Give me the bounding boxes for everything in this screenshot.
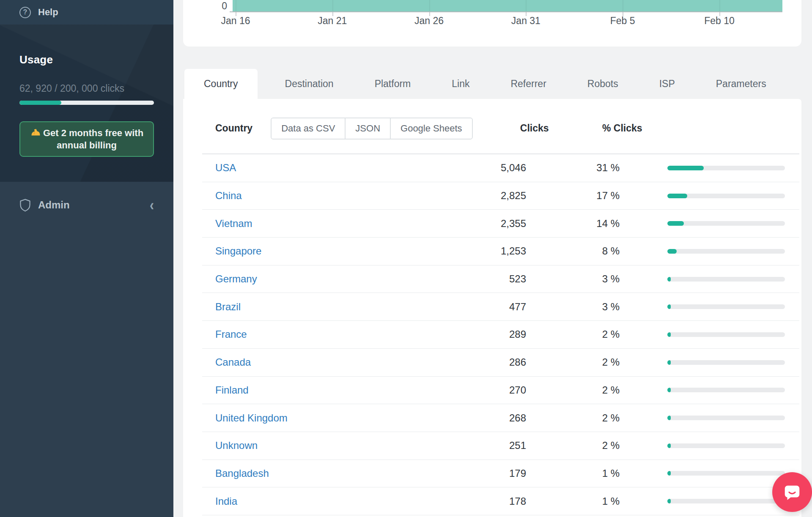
clicks-value: 477 <box>450 301 526 313</box>
x-axis-tick-label: Jan 26 <box>414 15 444 27</box>
table-row: Canada 286 2 % <box>202 349 799 377</box>
percent-value: 31 % <box>526 162 620 174</box>
table-row: Finland 270 2 % <box>202 377 799 405</box>
clicks-value: 286 <box>450 356 526 368</box>
percent-bar-track <box>667 471 785 476</box>
tab-referrer[interactable]: Referrer <box>497 69 560 99</box>
upgrade-button-text: Get 2 months free with annual billing <box>25 127 149 151</box>
percent-bar-fill <box>667 443 671 448</box>
x-axis-tick-label: Feb 10 <box>704 15 735 27</box>
biceps-icon <box>30 128 40 138</box>
clicks-value: 2,355 <box>450 218 526 230</box>
percent-value: 17 % <box>526 190 620 202</box>
table-row: France 289 2 % <box>202 321 799 349</box>
percent-bar <box>620 194 785 198</box>
percent-bar-fill <box>667 499 671 503</box>
percent-bar <box>620 166 785 170</box>
country-link[interactable]: China <box>215 190 242 202</box>
table-row: Germany 523 3 % <box>202 265 799 293</box>
table-body: USA 5,046 31 % China 2,825 17 % Vietnam … <box>202 154 799 515</box>
percent-value: 2 % <box>526 384 620 396</box>
clicks-value: 523 <box>450 273 526 285</box>
percent-bar <box>620 416 785 420</box>
chart-gridline <box>236 0 236 11</box>
sidebar-item-help[interactable]: ? Help <box>0 0 173 25</box>
y-axis-tick-zero: 0 <box>217 0 227 12</box>
table-row: Unknown 251 2 % <box>202 432 799 460</box>
percent-bar <box>620 388 785 392</box>
chart-gridline <box>332 0 333 11</box>
clicks-value: 251 <box>450 440 526 451</box>
x-axis-tick-label: Jan 21 <box>318 15 347 27</box>
stats-tab-bar: CountryDestinationPlatformLinkReferrerRo… <box>183 69 801 99</box>
table-row: Bangladesh 179 1 % <box>202 460 799 488</box>
percent-value: 14 % <box>526 218 620 230</box>
percent-bar-track <box>667 416 785 420</box>
percent-bar <box>620 304 785 309</box>
percent-bar-fill <box>667 277 671 282</box>
country-link[interactable]: Bangladesh <box>215 468 269 479</box>
chat-launcher-button[interactable] <box>772 472 812 512</box>
tab-link[interactable]: Link <box>438 69 483 99</box>
country-link[interactable]: USA <box>215 162 236 174</box>
upgrade-annual-billing-button[interactable]: Get 2 months free with annual billing <box>19 121 154 157</box>
country-link[interactable]: India <box>215 495 237 507</box>
table-row: China 2,825 17 % <box>202 182 799 210</box>
x-axis-line <box>230 11 782 12</box>
percent-bar <box>620 249 785 254</box>
tab-robots[interactable]: Robots <box>574 69 632 99</box>
percent-bar <box>620 277 785 282</box>
tab-parameters[interactable]: Parameters <box>702 69 780 99</box>
country-link[interactable]: Singapore <box>215 245 261 257</box>
sidebar-item-admin[interactable]: Admin ‹ <box>0 182 173 228</box>
table-row: USA 5,046 31 % <box>202 154 799 182</box>
country-link[interactable]: France <box>215 328 247 340</box>
percent-bar <box>620 499 785 503</box>
percent-bar-track <box>667 221 785 226</box>
country-link[interactable]: Unknown <box>215 440 258 451</box>
usage-progress-bar <box>19 101 154 105</box>
percent-value: 8 % <box>526 245 620 257</box>
usage-title: Usage <box>19 53 53 66</box>
table-row: India 178 1 % <box>202 487 799 515</box>
country-link[interactable]: Germany <box>215 273 257 285</box>
country-stats-panel: Country Data as CSVJSONGoogle Sheets Cli… <box>183 99 801 517</box>
percent-bar-track <box>667 277 785 282</box>
percent-bar <box>620 332 785 337</box>
country-link[interactable]: Vietnam <box>215 218 252 230</box>
percent-bar <box>620 471 785 476</box>
clicks-column-header: Clicks <box>473 123 549 134</box>
clicks-value: 179 <box>450 468 526 479</box>
chart-gridline <box>719 0 720 11</box>
percent-bar-track <box>667 194 785 198</box>
usage-progress-fill <box>19 101 61 105</box>
help-question-icon: ? <box>19 7 31 18</box>
country-link[interactable]: Canada <box>215 356 251 368</box>
export-json-button[interactable]: JSON <box>345 118 390 139</box>
sidebar: ? Help Usage 62, 920 / 200, 000 clicks G… <box>0 0 173 517</box>
country-link[interactable]: Brazil <box>215 301 241 313</box>
percent-bar-fill <box>667 471 671 476</box>
percent-bar <box>620 443 785 448</box>
table-header-row: Country Data as CSVJSONGoogle Sheets Cli… <box>202 99 799 154</box>
clicks-value: 289 <box>450 328 526 340</box>
pct-clicks-column-header: % Clicks <box>549 123 642 134</box>
clicks-value: 270 <box>450 384 526 396</box>
tab-platform[interactable]: Platform <box>361 69 425 99</box>
percent-bar-track <box>667 332 785 337</box>
clicks-value: 2,825 <box>450 190 526 202</box>
tab-isp[interactable]: ISP <box>646 69 689 99</box>
country-link[interactable]: United Kingdom <box>215 412 288 424</box>
sidebar-lower-section <box>0 182 173 517</box>
tab-country[interactable]: Country <box>184 69 258 99</box>
percent-value: 2 % <box>526 356 620 368</box>
table-row: Brazil 477 3 % <box>202 293 799 321</box>
chevron-left-icon[interactable]: ‹ <box>150 197 154 213</box>
percent-bar-track <box>667 360 785 365</box>
percent-bar <box>620 360 785 365</box>
export-data-as-csv-button[interactable]: Data as CSV <box>272 118 345 139</box>
table-row: Singapore 1,253 8 % <box>202 238 799 265</box>
export-google-sheets-button[interactable]: Google Sheets <box>390 118 472 139</box>
country-link[interactable]: Finland <box>215 384 249 396</box>
tab-destination[interactable]: Destination <box>272 69 347 99</box>
